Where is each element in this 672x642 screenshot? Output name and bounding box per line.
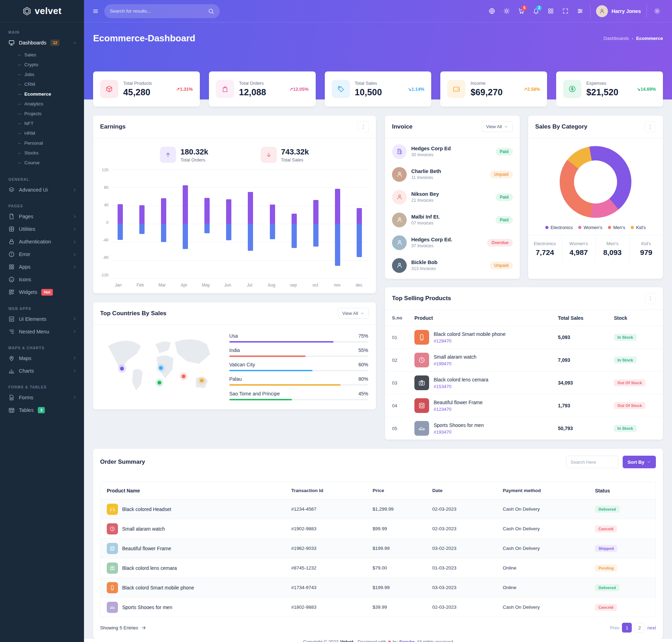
orders-bar[interactable] [118, 204, 123, 224]
pagination-next[interactable]: next [647, 625, 656, 630]
order-row[interactable]: Beautiful flower Frame#1962-9033$199.990… [100, 539, 656, 558]
sidebar-item-utilities[interactable]: Utilities [0, 223, 84, 235]
cart-icon[interactable]: 5 [514, 5, 528, 18]
map-marker-icon[interactable] [182, 374, 186, 378]
bar-group-oct[interactable] [313, 169, 318, 278]
sidebar-item-dashboards[interactable]: Dashboards12 [0, 36, 84, 49]
bar-group-jul[interactable] [248, 169, 253, 278]
country-row-vatican-city[interactable]: Vatican City60% [229, 362, 368, 371]
product-row[interactable]: 04Beautiful flower Frame#1234701,793Out … [385, 394, 663, 417]
order-row[interactable]: Black colored Headset#1234-4567$1,299.99… [100, 499, 656, 519]
sidebar-subitem-crm[interactable]: –CRM [0, 79, 84, 89]
map-marker-icon[interactable] [200, 379, 204, 382]
sales-by-category-menu-button[interactable]: ⋮ [645, 121, 656, 132]
order-row[interactable]: Small alaram watch#1902-9883$99.9902-03-… [100, 519, 656, 539]
sales-bar[interactable] [183, 224, 188, 249]
sidebar-subitem-hrm[interactable]: –HRM [0, 128, 84, 138]
orders-bar[interactable] [313, 200, 318, 224]
sidebar-subitem-analytics[interactable]: –Analytics [0, 99, 84, 109]
breadcrumb-dashboards[interactable]: Dashboards [603, 36, 629, 41]
sales-bar[interactable] [313, 224, 318, 247]
sidebar-subitem-sales[interactable]: –Sales [0, 50, 84, 60]
sales-bar[interactable] [161, 224, 166, 242]
invoice-item-charlie-beth[interactable]: Charlie Beth11 InvoicesUnpaid [385, 163, 520, 186]
sidebar-subitem-jobs[interactable]: –Jobs [0, 69, 84, 79]
orders-bar[interactable] [161, 198, 166, 224]
sidebar-subitem-crypto[interactable]: –Crypto [0, 60, 84, 69]
orders-bar[interactable] [226, 199, 231, 224]
stat-card-total-sales[interactable]: Total Sales10,500↘1.14% [325, 71, 432, 106]
earnings-menu-button[interactable]: ⋮ [358, 121, 369, 132]
sales-bar[interactable] [226, 224, 231, 240]
top-products-menu-button[interactable]: ⋮ [645, 293, 656, 304]
sidebar-item-widgets[interactable]: WidgetsHot [0, 286, 84, 298]
pagination-page-1[interactable]: 1 [622, 623, 632, 633]
stat-card-income[interactable]: Income$69,270↗2.58% [440, 71, 547, 106]
sidebar-subitem-projects[interactable]: –Projects [0, 109, 84, 118]
sidebar-item-pages[interactable]: Pages [0, 210, 84, 223]
bar-group-apr[interactable] [183, 169, 188, 278]
invoice-item-nikson-bey[interactable]: Nikson Bey21 InvoicesPaid [385, 186, 520, 208]
country-row-palau[interactable]: Palau80% [229, 376, 368, 386]
pagination-page-2[interactable]: 2 [635, 623, 644, 633]
user-menu[interactable]: Harry Jones [590, 4, 647, 18]
sun-icon[interactable] [500, 5, 513, 18]
sales-bar[interactable] [248, 224, 253, 251]
bar-group-aug[interactable] [270, 169, 275, 278]
sales-bar[interactable] [270, 224, 275, 239]
orders-bar[interactable] [270, 205, 275, 224]
product-id-link[interactable]: #129470 [434, 338, 505, 344]
invoice-item-hedges-corp-ed-[interactable]: Hedges Corp Ed.37 InvoicesOverdue [385, 231, 520, 254]
sidebar-item-advanced-ui[interactable]: Advanced Ui [0, 184, 84, 196]
sales-bar[interactable] [357, 224, 362, 257]
bar-group-sep[interactable] [292, 169, 297, 278]
bar-group-dec[interactable] [357, 169, 362, 278]
sidebar-item-icons[interactable]: Icons [0, 273, 84, 286]
sidebar-subitem-course[interactable]: –Course [0, 158, 84, 167]
brand-logo[interactable]: velvet [0, 0, 84, 22]
product-id-link[interactable]: #153470 [434, 384, 488, 389]
search-icon[interactable] [208, 8, 214, 14]
sales-bar[interactable] [204, 224, 210, 233]
order-row[interactable]: Sports Shooes for men#1802-9883$39.9902-… [100, 598, 656, 617]
stat-card-total-orders[interactable]: Total Orders12,088↗12.05% [209, 71, 316, 106]
map-marker-icon[interactable] [120, 367, 124, 371]
top-countries-view-all-button[interactable]: View All [338, 308, 369, 319]
invoice-item-hedges-corp-ed[interactable]: Hedges Corp Ed30 InvoicesPaid [385, 140, 520, 163]
sidebar-item-nested-menu[interactable]: Nested Menu [0, 325, 84, 338]
sidebar-subitem-nft[interactable]: –NFT [0, 118, 84, 128]
order-row[interactable]: Black colord lens cemara#8745-1232$79.00… [100, 558, 656, 578]
globe-icon[interactable] [485, 5, 498, 18]
order-row[interactable]: Black colord Smart mobile phone#1734-974… [100, 578, 656, 598]
product-row[interactable]: 03Black colord lens cemara#15347034,093O… [385, 372, 663, 394]
sidebar-item-charts[interactable]: Charts [0, 365, 84, 377]
map-marker-icon[interactable] [159, 366, 163, 370]
sidebar-item-maps[interactable]: Maps [0, 352, 84, 365]
orders-bar[interactable] [183, 185, 188, 224]
sidebar-subitem-stocks[interactable]: –Stocks [0, 148, 84, 158]
bar-group-nov[interactable] [335, 169, 340, 278]
orders-bar[interactable] [139, 205, 145, 224]
sidebar-subitem-ecommerce[interactable]: –Ecommerce [0, 89, 84, 99]
stat-card-expenses[interactable]: Expenses$21,520↘14.69% [556, 71, 663, 106]
sidebar-item-error[interactable]: Error [0, 248, 84, 261]
sales-bar[interactable] [292, 224, 297, 248]
orders-bar[interactable] [292, 214, 297, 224]
order-search-input[interactable] [566, 456, 618, 468]
fullscreen-icon[interactable] [559, 5, 572, 18]
sidebar-item-apps[interactable]: Apps [0, 261, 84, 273]
orders-bar[interactable] [248, 192, 253, 224]
orders-bar[interactable] [204, 198, 210, 224]
orders-bar[interactable] [357, 208, 362, 224]
product-row[interactable]: 01Black colord Smart mobile phone#129470… [385, 326, 663, 349]
sales-bar[interactable] [335, 224, 340, 266]
country-row-india[interactable]: India55% [229, 347, 368, 357]
pagination-prev[interactable]: Prev [610, 625, 620, 630]
sidebar-item-tables[interactable]: Tables3 [0, 404, 84, 416]
sliders-icon[interactable] [573, 5, 587, 18]
bar-group-feb[interactable] [139, 169, 145, 278]
sales-bar[interactable] [139, 224, 145, 234]
product-row[interactable]: 02Small alaram watch#1994707,093In Stock [385, 349, 663, 372]
product-row[interactable]: 05Sports Shooes for men#19347050,793In S… [385, 417, 663, 440]
invoice-view-all-button[interactable]: View All [482, 121, 513, 132]
